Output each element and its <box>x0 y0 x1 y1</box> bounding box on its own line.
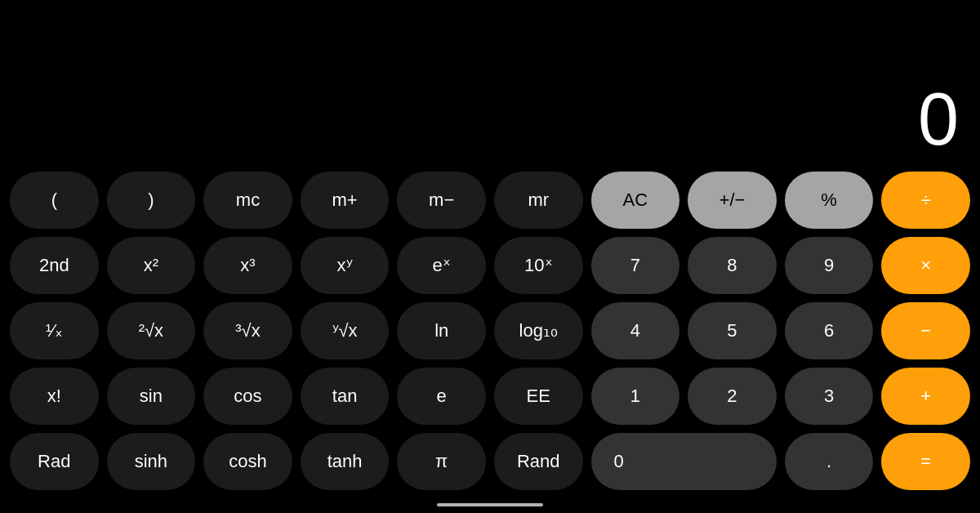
btn-equals[interactable]: = <box>881 433 970 490</box>
btn-open-paren[interactable]: ( <box>10 172 99 229</box>
btn-sqrt2[interactable]: ²√x <box>107 302 196 359</box>
btn-add[interactable]: + <box>881 368 970 425</box>
calculator-grid: ()mcm+m−mrAC+/−%÷2ndx²x³xʸeˣ10ˣ789×¹⁄ₓ²√… <box>0 172 980 498</box>
btn-rand[interactable]: Rand <box>494 433 583 490</box>
display-value: 0 <box>918 78 957 162</box>
btn-xy[interactable]: xʸ <box>301 237 390 294</box>
btn-ex[interactable]: eˣ <box>397 237 486 294</box>
btn-6[interactable]: 6 <box>785 302 874 359</box>
btn-sinh[interactable]: sinh <box>107 433 196 490</box>
btn-subtract[interactable]: − <box>881 302 970 359</box>
btn-tanh[interactable]: tanh <box>301 433 390 490</box>
btn-10x[interactable]: 10ˣ <box>494 237 583 294</box>
btn-mr[interactable]: mr <box>494 172 583 229</box>
btn-log10[interactable]: log₁₀ <box>494 302 583 359</box>
btn-4[interactable]: 4 <box>591 302 680 359</box>
btn-decimal[interactable]: . <box>785 433 874 490</box>
btn-2[interactable]: 2 <box>688 368 777 425</box>
btn-8[interactable]: 8 <box>688 237 777 294</box>
btn-1[interactable]: 1 <box>591 368 680 425</box>
display-area: 0 <box>0 0 980 172</box>
btn-x3[interactable]: x³ <box>203 237 292 294</box>
btn-5[interactable]: 5 <box>688 302 777 359</box>
btn-ln[interactable]: ln <box>397 302 486 359</box>
btn-divide[interactable]: ÷ <box>881 172 970 229</box>
btn-e[interactable]: e <box>397 368 486 425</box>
btn-tan[interactable]: tan <box>301 368 390 425</box>
btn-sqrty[interactable]: ʸ√x <box>301 302 390 359</box>
btn-rad[interactable]: Rad <box>10 433 99 490</box>
btn-7[interactable]: 7 <box>591 237 680 294</box>
btn-m-minus[interactable]: m− <box>397 172 486 229</box>
btn-ac[interactable]: AC <box>591 172 680 229</box>
btn-percent[interactable]: % <box>785 172 874 229</box>
btn-cos[interactable]: cos <box>203 368 292 425</box>
home-bar <box>437 503 543 506</box>
btn-mc[interactable]: mc <box>203 172 292 229</box>
btn-m-plus[interactable]: m+ <box>301 172 390 229</box>
btn-multiply[interactable]: × <box>881 237 970 294</box>
btn-x2[interactable]: x² <box>107 237 196 294</box>
btn-pi[interactable]: π <box>397 433 486 490</box>
btn-9[interactable]: 9 <box>785 237 874 294</box>
btn-cosh[interactable]: cosh <box>203 433 292 490</box>
btn-sqrt3[interactable]: ³√x <box>203 302 292 359</box>
btn-2nd[interactable]: 2nd <box>10 237 99 294</box>
btn-3[interactable]: 3 <box>785 368 874 425</box>
btn-factorial[interactable]: x! <box>10 368 99 425</box>
btn-0[interactable]: 0 <box>591 433 777 490</box>
btn-close-paren[interactable]: ) <box>107 172 196 229</box>
home-indicator <box>0 498 980 513</box>
btn-inv-x[interactable]: ¹⁄ₓ <box>10 302 99 359</box>
btn-sin[interactable]: sin <box>107 368 196 425</box>
btn-plus-minus[interactable]: +/− <box>688 172 777 229</box>
btn-ee[interactable]: EE <box>494 368 583 425</box>
